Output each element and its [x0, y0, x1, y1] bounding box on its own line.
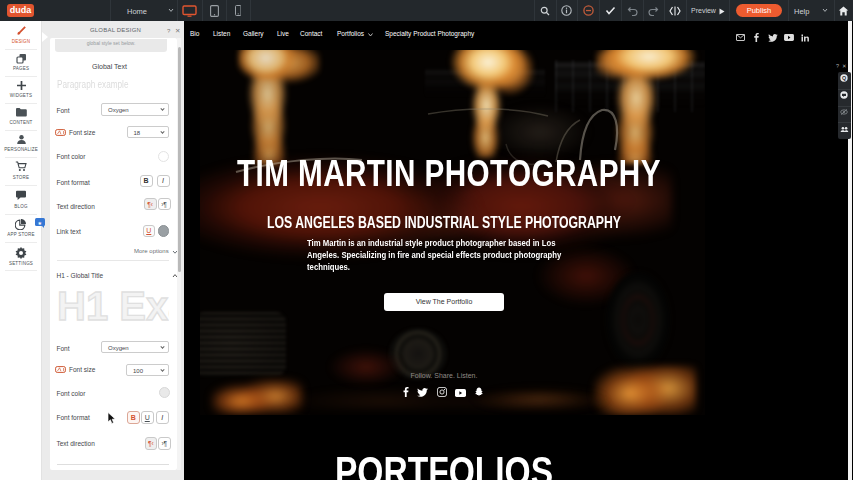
svg-text:Q: Q: [842, 75, 846, 81]
